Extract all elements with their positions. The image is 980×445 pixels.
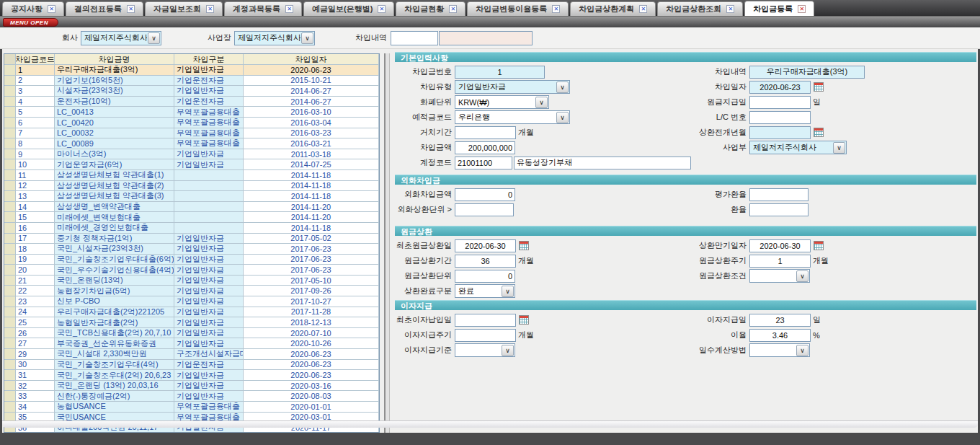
row-selector-cell[interactable] <box>4 307 16 318</box>
row-selector-cell[interactable] <box>4 317 16 328</box>
row-selector-cell[interactable] <box>4 391 16 402</box>
table-row[interactable]: 7 LC_00032 무역포괄금융대출 2016-03-23 <box>4 128 379 139</box>
table-row[interactable]: 18 국민_시설자금(23억3천) 기업일반자금 2017-06-23 <box>4 244 379 255</box>
col-header-loan-type[interactable]: 차입구분 <box>174 54 244 65</box>
chevron-down-icon[interactable]: ∨ <box>535 97 548 108</box>
row-selector-cell[interactable] <box>4 244 16 255</box>
table-row[interactable]: 10 기업운영자금(6억) 기업일반자금 2014-07-25 <box>4 159 379 170</box>
table-row[interactable]: 2 기업기보(16억5천) 기업운전자금 2015-10-21 <box>4 76 379 87</box>
row-selector-cell[interactable] <box>4 296 16 307</box>
tab[interactable]: 차입금상환계획 ✕ <box>570 1 656 16</box>
rate-input[interactable] <box>749 203 808 216</box>
loan-no-input[interactable] <box>455 66 545 79</box>
tab[interactable]: 계정과목등록 ✕ <box>224 1 302 16</box>
account-code-input[interactable] <box>455 157 512 169</box>
grace-period-input[interactable] <box>455 126 516 139</box>
table-row[interactable]: 9 마이너스(3억) 기업일반자금 2011-03-18 <box>4 149 379 160</box>
row-selector-cell[interactable] <box>4 128 16 139</box>
repay-period-input[interactable] <box>455 255 516 268</box>
row-selector-cell[interactable] <box>4 223 16 234</box>
table-row[interactable]: 27 부국증권_선순위유동화증권 기업일반자금 2020-10-26 <box>4 338 379 349</box>
repay-condition-select[interactable]: ∨ <box>749 269 810 283</box>
row-selector-cell[interactable] <box>4 381 16 392</box>
tab[interactable]: 차입금현황 ✕ <box>396 1 466 16</box>
table-row[interactable]: 5 LC_00413 무역포괄금융대출 2016-03-10 <box>4 107 379 118</box>
repay-unit-input[interactable] <box>455 270 515 283</box>
tab[interactable]: 공지사항 ✕ <box>2 1 64 16</box>
row-selector-cell[interactable] <box>4 181 16 192</box>
chevron-down-icon[interactable]: ∨ <box>556 112 569 123</box>
row-selector-cell[interactable] <box>4 76 16 87</box>
row-selector-cell[interactable] <box>4 159 16 170</box>
fx-amount-input[interactable] <box>455 188 515 201</box>
site-select[interactable]: 제일저지주식회사 ∨ <box>234 31 315 45</box>
account-name-input[interactable] <box>514 157 691 169</box>
col-header-loan-date[interactable]: 차입일자 <box>244 54 379 65</box>
col-header-loan-name[interactable]: 차입금명 <box>55 54 174 65</box>
principal-pay-day-input[interactable] <box>749 96 811 109</box>
chevron-down-icon[interactable]: ∨ <box>502 345 514 356</box>
tab-close-icon[interactable]: ✕ <box>726 5 734 13</box>
deposit-code-select[interactable]: 우리은행 ∨ <box>455 110 570 124</box>
loan-desc-input-2[interactable] <box>439 31 533 45</box>
tab-close-icon[interactable]: ✕ <box>48 5 55 13</box>
currency-select[interactable]: KRW(₩) ∨ <box>455 95 549 109</box>
repay-cycle-input[interactable] <box>749 255 811 268</box>
loan-desc-field-input[interactable] <box>749 66 865 79</box>
row-selector-cell[interactable] <box>4 97 16 107</box>
tab-close-icon[interactable]: ✕ <box>798 5 806 13</box>
chevron-down-icon[interactable]: ∨ <box>833 142 845 154</box>
table-row[interactable]: 17 중기청 정책자금(1억) 기업일반자금 2017-05-02 <box>4 234 379 244</box>
row-selector-cell[interactable] <box>4 265 16 276</box>
table-row[interactable]: 32 국민_온랜딩 (13억) 20,03,16 기업일반자금 2020-03-… <box>4 381 379 392</box>
chevron-down-icon[interactable]: ∨ <box>301 32 313 44</box>
table-row[interactable]: 3 시설자금(23억3천) 기업일반자금 2014-06-27 <box>4 86 379 97</box>
row-selector-cell[interactable] <box>4 338 16 349</box>
table-row[interactable]: 12 삼성생명단체보험 약관대출(2) 2014-11-18 <box>4 181 379 192</box>
tab[interactable]: 차입금등록 ✕ <box>744 1 814 16</box>
tab[interactable]: 차입금상환조회 ✕ <box>657 1 743 16</box>
row-selector-cell[interactable] <box>4 107 16 118</box>
table-row[interactable]: 29 국민_시설대 2,330백만원 구조개선시설자금대출 2020-06-23 <box>4 349 379 360</box>
loan-desc-input[interactable] <box>391 31 438 45</box>
row-selector-cell[interactable] <box>4 255 16 265</box>
interest-rate-input[interactable] <box>749 329 811 342</box>
chevron-down-icon[interactable]: ∨ <box>796 345 808 356</box>
calendar-icon[interactable] <box>814 241 824 250</box>
first-repay-date-input[interactable] <box>455 239 516 252</box>
table-row[interactable]: 34 농협USANCE 무역포괄금융대출 2020-01-01 <box>4 402 379 413</box>
interest-basis-select[interactable]: ∨ <box>455 343 515 357</box>
col-header-loan-code[interactable]: 차입금코드 <box>16 54 55 65</box>
chevron-down-icon[interactable]: ∨ <box>148 32 160 44</box>
tab-close-icon[interactable]: ✕ <box>639 5 647 13</box>
eval-rate-input[interactable] <box>749 188 808 201</box>
tab-close-icon[interactable]: ✕ <box>378 5 386 13</box>
tab-close-icon[interactable]: ✕ <box>206 5 214 13</box>
table-row[interactable]: 8 LC_00089 무역포괄금융대출 2016-03-21 <box>4 138 379 149</box>
calendar-icon[interactable] <box>814 128 824 137</box>
menu-open-button[interactable]: MENU OPEN <box>3 18 58 27</box>
day-calc-select[interactable]: ∨ <box>749 343 810 357</box>
fx-unit-input[interactable] <box>455 203 514 216</box>
tab-close-icon[interactable]: ✕ <box>449 5 457 13</box>
row-selector-cell[interactable] <box>4 86 16 97</box>
division-select[interactable]: 제일저지주식회사 ∨ <box>749 141 847 154</box>
table-row[interactable]: 23 신보 P-CBO 기업일반자금 2017-10-27 <box>4 296 379 307</box>
row-selector-cell[interactable] <box>4 402 16 413</box>
tab[interactable]: 자금일보조회 ✕ <box>145 1 223 16</box>
table-row[interactable]: 20 국민_우수기술기업신용대출(4억) 기업일반자금 2017-06-23 <box>4 265 379 276</box>
repay-complete-select[interactable]: 완료 ∨ <box>455 284 515 298</box>
table-row[interactable]: 11 삼성생명단체보험 약관대출(1) 2014-11-18 <box>4 170 379 181</box>
row-selector-cell[interactable] <box>4 370 16 381</box>
chevron-down-icon[interactable]: ∨ <box>502 286 514 297</box>
row-selector-cell[interactable] <box>4 65 16 76</box>
row-selector-cell[interactable] <box>4 149 16 160</box>
row-selector-cell[interactable] <box>4 170 16 181</box>
chevron-down-icon[interactable]: ∨ <box>556 81 569 93</box>
table-row[interactable]: 30 국민_기술창조기업우대(4억) 기업운전자금 2020-06-23 <box>4 360 379 371</box>
tab[interactable]: 결의전표등록 ✕ <box>66 1 143 16</box>
calendar-icon[interactable] <box>519 241 529 250</box>
table-row[interactable]: 13 삼성생명단체보험 약관대출(3) 2014-11-18 <box>4 191 379 202</box>
row-selector-cell[interactable] <box>4 118 16 128</box>
table-row[interactable]: 26 국민_TCB신용대출(2억) 20,7,10 기업일반자금 2020-07… <box>4 328 379 339</box>
